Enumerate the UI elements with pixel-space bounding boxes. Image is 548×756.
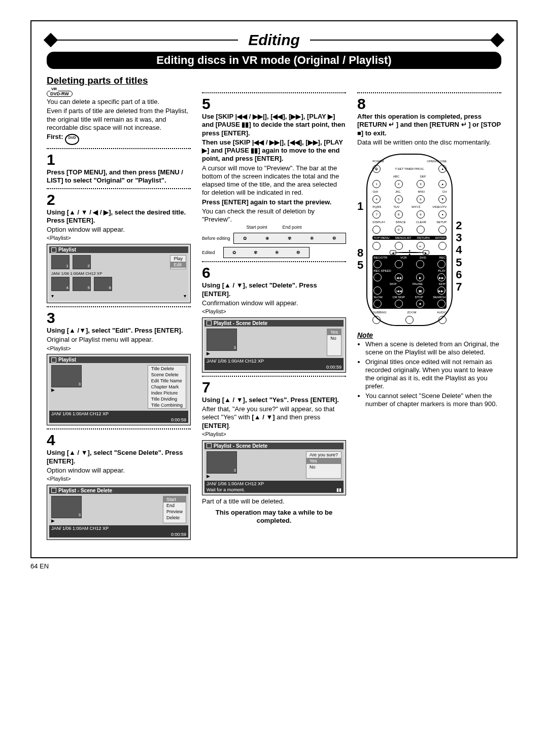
key-4: 4	[372, 195, 381, 203]
step-5-line3: Press [ENTER] again to start the preview…	[202, 198, 346, 206]
step-3-caption: <Playlist>	[47, 345, 191, 352]
menu-item: Yes	[327, 329, 341, 335]
ss-icon	[207, 320, 212, 326]
ss-title: Playlist	[58, 357, 76, 363]
divider	[47, 188, 191, 189]
step-6-number: 6	[202, 265, 346, 280]
callout: 5	[357, 259, 363, 271]
divider	[202, 261, 346, 262]
label: DVD	[420, 256, 426, 259]
col-3: 8 After this operation is completed, pre…	[357, 89, 501, 542]
label: MNO	[418, 190, 425, 193]
menu-item: Yes	[306, 458, 341, 464]
menu-item: Chapter Mark	[148, 384, 186, 390]
play-icon: ▶	[51, 518, 160, 523]
ss-time: 0:00:59	[326, 365, 341, 370]
ss-menu: Play Edit	[170, 255, 186, 269]
callout: 3	[456, 232, 462, 244]
key-5: 5	[395, 195, 403, 203]
play-icon: ▶	[207, 351, 324, 356]
col-2: 5 Use [SKIP |◀◀ / ▶▶|], [◀◀], [▶▶], [PLA…	[202, 89, 346, 542]
remote-callouts-right: 2 3 4 5 6 7	[456, 154, 462, 293]
timeline-strip: ✿✾❋❁	[223, 247, 310, 258]
menu-item: No	[306, 464, 341, 470]
step-2-number: 2	[47, 192, 191, 207]
thumb: 3	[207, 451, 237, 474]
divider	[202, 92, 346, 93]
tl-before-label: Before editing	[202, 236, 230, 241]
ss-footer: JAN/ 1/06 1:00AM CH12 XP	[51, 526, 109, 531]
ch-down: ▼	[438, 195, 447, 203]
callout: 8	[357, 247, 363, 259]
clear-btn	[417, 226, 425, 234]
x-btn	[373, 286, 382, 295]
step-5-para1: A cursor will move to "Preview". The bar…	[202, 164, 346, 197]
step-7-warn: This operation may take a while to be co…	[202, 509, 346, 525]
ss-menu: Start End Preview Delete	[163, 496, 186, 523]
step-8-number: 8	[357, 96, 501, 112]
label: SPACE	[396, 221, 406, 224]
step-7-para: After that, "Are you sure?" will appear,…	[202, 405, 346, 430]
key-2: 2	[395, 180, 403, 188]
label: SKIP	[390, 282, 397, 285]
label: POWER	[372, 160, 384, 163]
step-8-line1: After this operation is completed, press…	[357, 113, 501, 137]
label: ENTER	[435, 236, 446, 239]
step-6-text: Confirmation window will appear.	[202, 299, 346, 307]
page-number: 64 EN	[30, 562, 518, 570]
remote-diagram: 1 8 5 POWEROPEN/CLOSE ⏻ T-SET TIMER PROG…	[357, 154, 501, 326]
label: SETUP	[436, 221, 447, 224]
ss-wait: Wait for a moment.	[207, 487, 245, 492]
screenshot-are-you-sure: Playlist - Scene Delete 3 ▶ Are you sure…	[202, 440, 346, 495]
label: DISPLAY	[372, 221, 385, 224]
ss-footer: JAN/ 1/06 1:00AM CH12 XP	[51, 271, 186, 276]
thumb: 2	[73, 255, 91, 269]
ss-footer: JAN/ 1/06 1:00AM CH12 XP	[207, 358, 264, 364]
key-6: 6	[417, 195, 425, 203]
progress-icon: ▮▮	[336, 487, 341, 492]
video-tv: ●	[438, 210, 447, 219]
diamond-icon	[490, 33, 504, 47]
menu-item: Index Picture	[148, 390, 186, 396]
label: VIDEO/TV	[432, 205, 447, 208]
note-item: Original titles once edited will not rem…	[365, 358, 501, 391]
thumb: 3	[51, 496, 82, 518]
left-icon: ◀	[390, 250, 396, 255]
label: CM SKIP	[392, 296, 405, 299]
step-8-para: Data will be written onto the disc momen…	[357, 138, 501, 147]
note-item: When a scene is deleted from an Original…	[365, 340, 501, 357]
label: GHI	[372, 190, 378, 193]
ss-icon	[207, 443, 212, 448]
menu-item: Title Dividing	[148, 396, 186, 402]
step-2-bold: Using [▲ / ▼ / ◀ / ▶], select the desire…	[47, 208, 191, 225]
enter-btn	[438, 242, 447, 250]
tl-start-label: Start point	[246, 225, 267, 230]
power-button: ⏻	[372, 165, 381, 173]
label: MENU/LIST	[395, 236, 412, 239]
label: RETURN	[417, 236, 430, 239]
key-1: 1	[372, 180, 381, 188]
recspeed-btn	[373, 273, 382, 281]
chapter-title: Editing	[238, 31, 310, 49]
ss-footer: JAN/ 1/06 1:00AM CH12 XP	[51, 411, 109, 416]
step-4-bold: Using [▲ / ▼], select "Scene Delete". Pr…	[47, 449, 191, 465]
remote-lower-block: REC/OTRVCRDVDREC REC SPEEDPLAY ◀◀▶▶▶ SKI…	[372, 255, 447, 309]
ch-up: ▲	[438, 180, 447, 188]
col-1: VR DVD-RW You can delete a specific part…	[47, 89, 191, 542]
rule	[310, 40, 493, 41]
step-5-number: 5	[202, 96, 346, 112]
remote-control: POWEROPEN/CLOSE ⏻ T-SET TIMER PROG. ▲ AB…	[366, 154, 453, 326]
menulist-btn	[395, 242, 403, 250]
step-3-text: Original or Playlist menu will appear.	[47, 336, 191, 344]
label: AUDIO	[437, 311, 447, 314]
note-item: You cannot select "Scene Delete" when th…	[365, 392, 501, 409]
divider	[47, 306, 191, 307]
divider	[202, 376, 346, 377]
label: SLOW	[373, 296, 383, 299]
key-7: 7	[372, 210, 381, 219]
label: T-SET	[395, 167, 403, 170]
screenshot-delete-confirm: Playlist - Scene Delete 3 ▶ Yes No JAN/ …	[202, 317, 346, 373]
nav-left-icon: ▾	[51, 293, 54, 299]
pause-btn: ▮▮	[416, 286, 424, 295]
label: SKIP	[439, 282, 446, 285]
